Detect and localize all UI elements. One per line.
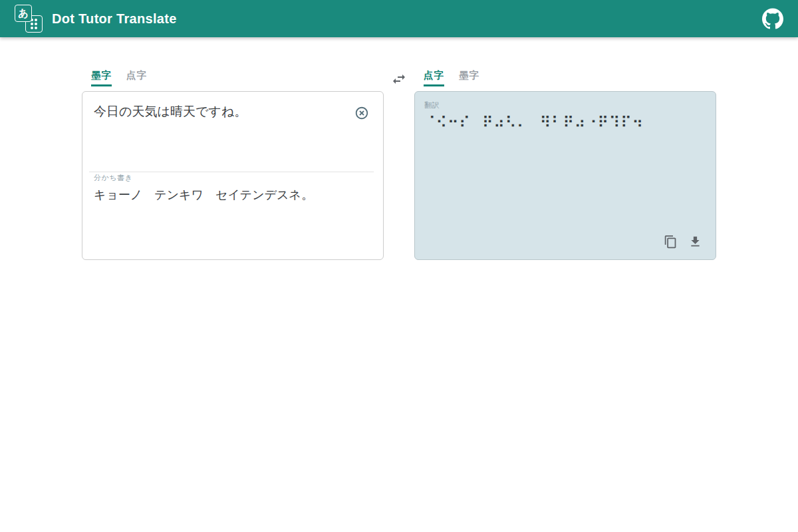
card-divider [89, 172, 374, 172]
wakachi-section: 分かち書き キョーノ テンキワ セイテンデスネ。 [94, 173, 372, 203]
source-tabs: 墨字 点字 [82, 69, 384, 85]
main-content: 墨字 点字 今日の天気は晴天ですね。 分かち書き キョーノ テンキワ セイテンデ… [82, 69, 716, 260]
page-title: Dot Tutor Translate [52, 11, 177, 27]
tab-source-tenji[interactable]: 点字 [126, 69, 147, 86]
copy-button[interactable] [664, 235, 678, 249]
translation-output-card: 翻訳 ⠈⠪⠒⠎⠀⠟⠴⠣⠄⠀⠻⠃⠟⠴⠐⠟⠹⠏⠲ [414, 91, 716, 260]
output-actions [664, 235, 702, 249]
source-column: 墨字 点字 今日の天気は晴天ですね。 分かち書き キョーノ テンキワ セイテンデ… [82, 69, 384, 260]
download-icon [688, 235, 702, 249]
app-header: あ Dot Tutor Translate [0, 0, 798, 37]
wakachi-text: キョーノ テンキワ セイテンデスネ。 [94, 187, 372, 203]
target-tabs: 点字 墨字 [414, 69, 716, 85]
copy-icon [664, 235, 678, 249]
wakachi-label: 分かち書き [94, 173, 372, 183]
source-text-input[interactable]: 今日の天気は晴天ですね。 [82, 92, 383, 171]
tab-source-bokuji[interactable]: 墨字 [91, 69, 112, 86]
target-column: 点字 墨字 翻訳 ⠈⠪⠒⠎⠀⠟⠴⠣⠄⠀⠻⠃⠟⠴⠐⠟⠹⠏⠲ [414, 69, 716, 260]
github-link[interactable] [762, 8, 783, 29]
kana-a-icon: あ [15, 5, 32, 22]
braille-output: ⠈⠪⠒⠎⠀⠟⠴⠣⠄⠀⠻⠃⠟⠴⠐⠟⠹⠏⠲ [424, 114, 706, 132]
swap-direction-button[interactable] [391, 71, 407, 87]
output-inner: 翻訳 ⠈⠪⠒⠎⠀⠟⠴⠣⠄⠀⠻⠃⠟⠴⠐⠟⠹⠏⠲ [415, 92, 716, 132]
app-logo: あ [15, 5, 43, 33]
source-input-card: 今日の天気は晴天ですね。 分かち書き キョーノ テンキワ セイテンデスネ。 [82, 91, 384, 260]
swap-horizontal-icon [391, 71, 407, 87]
github-icon [762, 8, 783, 29]
column-gutter [384, 69, 414, 87]
translation-label: 翻訳 [424, 100, 706, 110]
tab-target-bokuji[interactable]: 墨字 [459, 69, 479, 86]
source-text: 今日の天気は晴天ですね。 [94, 103, 346, 121]
clear-circle-x-icon [354, 106, 369, 120]
clear-input-button[interactable] [354, 106, 369, 120]
download-button[interactable] [688, 235, 702, 249]
tab-target-tenji[interactable]: 点字 [424, 69, 444, 86]
